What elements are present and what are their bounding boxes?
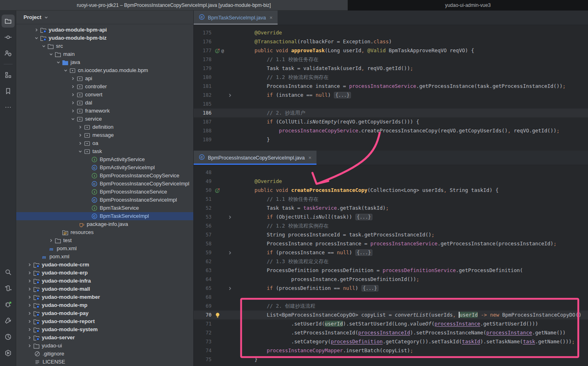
chevron-down-icon[interactable]	[41, 43, 47, 49]
tree-item-bpmprocessinstanceservice[interactable]: IBpmProcessInstanceService	[16, 188, 193, 196]
code-line[interactable]: 50I public void createProcessInstanceCop…	[194, 186, 588, 195]
code-line[interactable]: 68	[194, 293, 588, 302]
chevron-right-icon[interactable]	[70, 108, 76, 114]
code-line[interactable]: 53 if (ObjectUtil.isNull(task)) {...}	[194, 213, 588, 221]
line-number[interactable]: 72	[194, 330, 212, 336]
line-number[interactable]: 58	[194, 241, 212, 247]
line-number[interactable]: 71	[194, 321, 212, 327]
tree-item-yudao-module-pay[interactable]: yudao-module-pay	[16, 309, 193, 317]
tree-item-pom-xml[interactable]: mpom.xml	[16, 253, 193, 261]
line-number[interactable]: 68	[194, 294, 212, 300]
code-line[interactable]: 188 processInstanceCopyService.createPro…	[194, 126, 588, 135]
tree-item-yudao-module-bpm-api[interactable]: yudao-module-bpm-api	[16, 26, 193, 34]
tree-item-package-info-java[interactable]: package-info.java	[16, 220, 193, 228]
intention-bulb-icon[interactable]	[215, 312, 220, 318]
tree-item-cn-iocoder-yudao-module-bpm[interactable]: cn.iocoder.yudao.module.bpm	[16, 66, 193, 74]
code-line[interactable]: 59 if (processInstance == null) {...}	[194, 248, 588, 257]
line-number[interactable]: 65	[194, 285, 212, 291]
tree-item-definition[interactable]: definition	[16, 123, 193, 131]
chevron-right-icon[interactable]	[26, 286, 33, 292]
chevron-right-icon[interactable]	[26, 310, 33, 317]
tree-item-api[interactable]: api	[16, 74, 193, 83]
tree-item-bpmactivityserviceimpl[interactable]: CBpmActivityServiceImpl	[16, 164, 193, 172]
tree-item-dal[interactable]: dal	[16, 99, 193, 107]
chevron-right-icon[interactable]	[26, 318, 33, 325]
tree-item-yudao-module-system[interactable]: yudao-module-system	[16, 326, 193, 334]
tree-item-bpmactivityservice[interactable]: IBpmActivityService	[16, 155, 193, 164]
line-number[interactable]: 175	[194, 30, 212, 36]
build-icon[interactable]	[2, 314, 15, 327]
tree-item-yudao-module-mall[interactable]: yudao-module-mall	[16, 285, 193, 293]
fold-chevron-icon[interactable]	[228, 93, 232, 98]
line-number[interactable]: 53	[194, 214, 212, 220]
code-line[interactable]: 51 // 1.1 校验任务存在	[194, 195, 588, 204]
code-line[interactable]: 71 .setUserId(userId).setStartUserId(Lon…	[194, 319, 588, 328]
line-number[interactable]: 64	[194, 277, 212, 282]
chevron-right-icon[interactable]	[70, 100, 76, 106]
pull-requests-icon[interactable]: ?	[2, 47, 15, 60]
line-number[interactable]: 48	[194, 170, 212, 175]
tree-item-yudao-module-erp[interactable]: yudao-module-erp	[16, 269, 193, 277]
implementing-method-icon[interactable]: I	[215, 48, 220, 53]
tree-item-bpmtaskservice[interactable]: IBpmTaskService	[16, 204, 193, 212]
line-number[interactable]: 49	[194, 179, 212, 184]
search-icon[interactable]	[2, 266, 15, 279]
tree-item-yudao-module-report[interactable]: yudao-module-report	[16, 317, 193, 326]
chevron-right-icon[interactable]	[26, 278, 33, 284]
run-configurations-icon[interactable]	[2, 282, 15, 295]
tree-item-test[interactable]: test	[16, 236, 193, 245]
structure-icon[interactable]	[2, 68, 15, 81]
chevron-right-icon[interactable]	[26, 326, 33, 333]
implementing-method-icon[interactable]: I	[215, 188, 220, 193]
chevron-right-icon[interactable]	[26, 262, 33, 268]
line-number[interactable]: 75	[194, 357, 212, 362]
tree-item-main[interactable]: main	[16, 50, 193, 58]
editor-split-bottom[interactable]: CBpmProcessInstanceCopyServiceImpl.java×…	[194, 151, 588, 366]
code-line[interactable]: 56 // 1.2 校验流程实例存在	[194, 221, 588, 230]
line-number[interactable]: 51	[194, 196, 212, 202]
code-line[interactable]: 177I@ public void approveTask(Long userI…	[194, 46, 588, 55]
chevron-right-icon[interactable]	[48, 237, 54, 244]
line-number[interactable]: 189	[194, 137, 212, 143]
line-number[interactable]: 179	[194, 66, 212, 71]
commit-icon[interactable]	[2, 31, 15, 44]
project-panel-title[interactable]: Project	[24, 14, 41, 20]
line-number[interactable]: 50	[194, 187, 212, 193]
line-number[interactable]: 70	[194, 312, 212, 318]
tree-item-yudao-module-bpm-biz[interactable]: yudao-module-bpm-biz	[16, 34, 193, 42]
chevron-right-icon[interactable]	[26, 302, 33, 309]
code-line[interactable]: 175 @Override	[194, 28, 588, 37]
tree-item-bpmtaskserviceimpl[interactable]: CBpmTaskServiceImpl	[16, 212, 193, 220]
editor-tab[interactable]: CBpmProcessInstanceCopyServiceImpl.java×	[194, 151, 316, 165]
fold-chevron-icon[interactable]	[228, 251, 232, 255]
folded-code-badge[interactable]: {...}	[361, 285, 379, 292]
more-icon[interactable]	[2, 101, 15, 114]
chevron-right-icon[interactable]	[26, 343, 33, 349]
chevron-right-icon[interactable]	[77, 124, 83, 130]
profiler-icon[interactable]	[2, 330, 15, 343]
tree-item-convert[interactable]: convert	[16, 91, 193, 99]
code-line[interactable]: 182 if (instance == null) {...}	[194, 91, 588, 100]
line-number[interactable]: 188	[194, 128, 212, 134]
tree-item-pom-xml[interactable]: mpom.xml	[16, 245, 193, 253]
tree-item-framework[interactable]: framework	[16, 107, 193, 115]
chevron-right-icon[interactable]	[77, 140, 83, 147]
code-line[interactable]: 176 @Transactional(rollbackFor = Excepti…	[194, 37, 588, 46]
code-line[interactable]: 64 processInstance.getProcessDefinitionI…	[194, 275, 588, 284]
code-line[interactable]: 62 // 1.3 校验流程定义存在	[194, 257, 588, 266]
folded-code-badge[interactable]: {...}	[355, 249, 373, 256]
line-number[interactable]: 186	[194, 110, 212, 116]
folded-code-badge[interactable]: {...}	[334, 92, 351, 98]
line-number[interactable]: 180	[194, 74, 212, 80]
line-number[interactable]: 185	[194, 101, 212, 107]
tree-item-bpmprocessinstanceserviceimpl[interactable]: CBpmProcessInstanceServiceImpl	[16, 196, 193, 204]
tree-item-yudao-ui[interactable]: yudao-ui	[16, 342, 193, 350]
tree-item-yudao-module-crm[interactable]: yudao-module-crm	[16, 261, 193, 269]
line-number[interactable]: 73	[194, 339, 212, 345]
chevron-down-icon[interactable]	[33, 35, 40, 41]
chevron-right-icon[interactable]	[77, 132, 83, 138]
tree-item-yudao-module-mp[interactable]: yudao-module-mp	[16, 301, 193, 309]
chevron-right-icon[interactable]	[70, 92, 76, 98]
close-icon[interactable]: ×	[269, 15, 273, 21]
code-line[interactable]: 69 // 2. 创建抄送流程	[194, 302, 588, 311]
